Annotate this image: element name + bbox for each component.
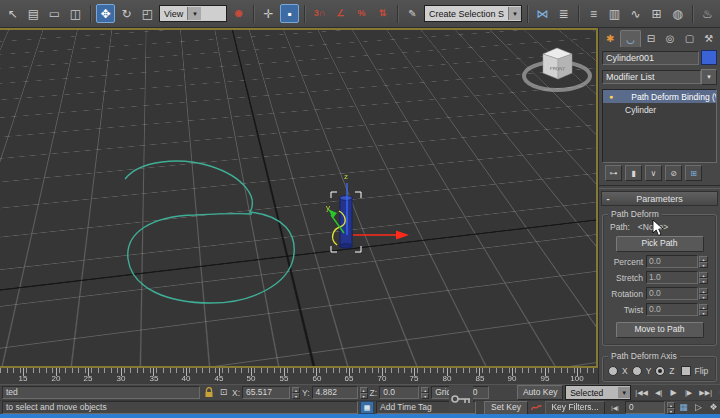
chevron-down-icon[interactable]: ▼ — [508, 7, 521, 20]
spin-down-icon[interactable]: ▾ — [421, 393, 429, 399]
go-to-start-icon[interactable]: |◀◀ — [633, 386, 650, 399]
modifier-stack-item[interactable]: Cylinder — [603, 103, 716, 116]
parameters-rollout-header[interactable]: - Parameters — [601, 191, 718, 206]
time-tag-icon[interactable]: ▦ — [360, 401, 374, 414]
align-icon[interactable]: ≣ — [554, 4, 573, 23]
go-to-end-icon[interactable]: ▶▶| — [697, 386, 714, 399]
rotation-spinner[interactable]: ▴▾ — [699, 288, 708, 300]
stretch-spinner[interactable]: ▴▾ — [699, 272, 708, 284]
z-spinner[interactable]: ▴▾ — [421, 387, 429, 399]
schematic-view-icon[interactable]: ⊞ — [647, 4, 666, 23]
curve-editor-icon[interactable]: ∿ — [626, 4, 645, 23]
chevron-down-icon[interactable]: ▼ — [701, 69, 717, 85]
move-to-path-button[interactable]: Move to Path — [616, 322, 704, 338]
spinner-snap-toggle-icon[interactable]: ⇅ — [373, 4, 392, 23]
select-and-scale-icon[interactable]: ◰ — [138, 4, 157, 23]
x-spinner[interactable]: ▴▾ — [292, 387, 300, 399]
edit-named-selection-sets-icon[interactable]: ✎ — [403, 4, 422, 23]
collapse-icon[interactable]: - — [602, 194, 614, 204]
key-filters-button[interactable]: Key Filters... — [545, 401, 605, 415]
graphite-modeling-tools-icon[interactable]: ▥ — [605, 4, 624, 23]
named-selection-sets-dropdown[interactable]: Create Selection Se ▼ — [424, 5, 522, 22]
move-gizmo[interactable]: y z — [326, 172, 409, 240]
modifier-list-dropdown[interactable]: Modifier List — [602, 70, 701, 84]
percent-snap-toggle-icon[interactable]: % — [352, 4, 371, 23]
window-crossing-icon[interactable]: ◫ — [66, 4, 85, 23]
render-setup-icon[interactable]: ♨ — [698, 4, 717, 23]
use-pivot-point-center-icon[interactable]: ◉ — [229, 4, 248, 23]
spin-down-icon[interactable]: ▾ — [360, 393, 368, 399]
spin-down-icon[interactable]: ▾ — [699, 278, 708, 284]
tab-display[interactable]: ▢ — [680, 30, 698, 47]
stretch-field[interactable]: 1.0 — [646, 271, 698, 284]
axis-z-radio[interactable] — [655, 366, 665, 376]
pin-stack-icon[interactable]: ⊶ — [605, 165, 622, 181]
rectangular-selection-region-icon[interactable]: ▭ — [45, 4, 64, 23]
absolute-mode-icon[interactable]: ⊡ — [217, 386, 230, 399]
play-animation-icon[interactable]: ▶ — [667, 386, 680, 399]
frame-spinner[interactable]: ▴▾ — [667, 402, 675, 414]
select-by-name-icon[interactable]: ▤ — [24, 4, 43, 23]
make-unique-icon[interactable]: ∨ — [645, 165, 662, 181]
select-object-icon[interactable]: ↖ — [3, 4, 22, 23]
tab-modify[interactable]: ◡ — [620, 30, 640, 47]
reference-coordinate-system-dropdown[interactable]: View ▼ — [159, 5, 227, 22]
next-frame-icon[interactable]: |▶ — [682, 386, 695, 399]
previous-frame-icon[interactable]: ◀| — [652, 386, 665, 399]
key-mode-toggle-icon[interactable]: |◀| — [607, 401, 623, 414]
layer-manager-icon[interactable]: ≡ — [584, 4, 603, 23]
snaps-toggle-icon[interactable]: 3∩ — [310, 4, 329, 23]
spin-down-icon[interactable]: ▾ — [699, 310, 708, 316]
x-axis-arrow[interactable] — [396, 231, 409, 240]
axis-y-radio[interactable] — [632, 366, 642, 376]
rotation-field[interactable]: 0.0 — [646, 287, 698, 300]
field-of-view-icon[interactable]: ▷ — [692, 401, 705, 414]
remove-modifier-icon[interactable]: ⊘ — [665, 165, 682, 181]
select-and-move-icon[interactable]: ✥ — [96, 4, 115, 23]
spin-down-icon[interactable]: ▾ — [292, 393, 300, 399]
selection-lock-icon[interactable] — [202, 386, 215, 399]
key-filters-curve-icon[interactable] — [530, 401, 543, 414]
y-coordinate-field[interactable]: 4.882 — [312, 386, 358, 399]
cylinder-object[interactable] — [340, 196, 353, 249]
select-and-manipulate-icon[interactable]: ✛ — [259, 4, 278, 23]
auto-key-button[interactable]: Auto Key — [517, 385, 563, 400]
twist-field[interactable]: 0.0 — [646, 303, 698, 316]
chevron-down-icon[interactable]: ▼ — [187, 7, 201, 20]
time-configuration-icon[interactable]: ▦ — [677, 401, 690, 414]
pick-path-button[interactable]: Pick Path — [616, 236, 704, 252]
percent-spinner[interactable]: ▴▾ — [699, 256, 708, 268]
modifier-enabled-bulb-icon[interactable]: ● — [609, 93, 613, 100]
object-name-field[interactable]: Cylinder001 — [602, 51, 699, 65]
flip-checkbox[interactable] — [681, 366, 691, 376]
set-key-mode-button[interactable] — [449, 386, 473, 412]
spin-down-icon[interactable]: ▾ — [699, 294, 708, 300]
tab-motion[interactable]: ◎ — [661, 30, 679, 47]
spin-down-icon[interactable]: ▾ — [699, 262, 708, 268]
tab-create[interactable]: ✱ — [601, 30, 619, 47]
configure-modifier-sets-icon[interactable]: ⊞ — [685, 165, 702, 181]
y-spinner[interactable]: ▴▾ — [360, 387, 368, 399]
current-frame-field[interactable]: 0 — [625, 401, 665, 414]
material-editor-icon[interactable]: ◍ — [668, 4, 687, 23]
show-end-result-icon[interactable]: ▮ — [625, 165, 642, 181]
select-and-rotate-icon[interactable]: ↻ — [117, 4, 136, 23]
angle-snap-toggle-icon[interactable]: ∠ — [331, 4, 350, 23]
zoom-icon[interactable]: ⊕ — [716, 386, 720, 399]
perspective-viewport[interactable]: y z FRONT — [0, 28, 598, 368]
modifier-stack-item[interactable]: ● Path Deform Binding (W — [603, 90, 716, 103]
z-coordinate-field[interactable]: 0.0 — [379, 386, 419, 399]
object-color-swatch[interactable] — [701, 50, 717, 65]
x-coordinate-field[interactable]: 65.517 — [242, 386, 290, 399]
tab-utilities[interactable]: ⚒ — [700, 30, 718, 47]
set-key-button[interactable]: Set Key — [484, 401, 528, 415]
spin-down-icon[interactable]: ▾ — [667, 408, 675, 414]
keyboard-shortcut-override-icon[interactable]: ▪ — [280, 4, 299, 23]
chevron-down-icon[interactable]: ▼ — [618, 387, 630, 398]
axis-x-radio[interactable] — [608, 366, 618, 376]
pan-hand-icon[interactable]: ❖ — [707, 401, 720, 414]
twist-spinner[interactable]: ▴▾ — [699, 304, 708, 316]
spline-path[interactable] — [125, 161, 294, 303]
percent-field[interactable]: 0.0 — [646, 255, 698, 268]
viewcube[interactable]: FRONT — [524, 48, 590, 90]
